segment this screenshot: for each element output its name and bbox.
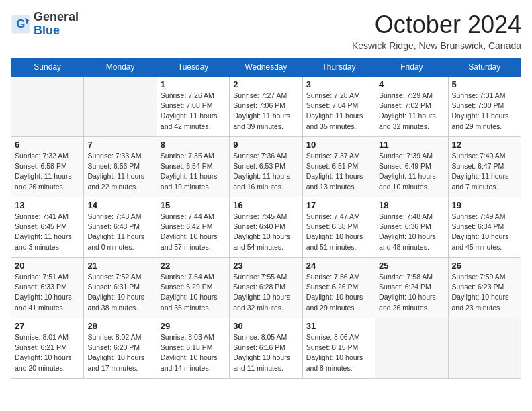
day-number: 10 xyxy=(306,140,371,150)
day-number: 28 xyxy=(87,321,152,331)
calendar-cell xyxy=(84,77,157,137)
day-number: 31 xyxy=(306,321,371,331)
day-info: Sunrise: 8:06 AMSunset: 6:15 PMDaylight:… xyxy=(306,332,371,373)
calendar-cell: 25Sunrise: 7:58 AMSunset: 6:24 PMDayligh… xyxy=(375,258,448,318)
calendar-cell: 12Sunrise: 7:40 AMSunset: 6:47 PMDayligh… xyxy=(448,137,521,197)
logo-general: General xyxy=(34,11,79,24)
day-number: 23 xyxy=(233,261,298,271)
day-number: 24 xyxy=(306,261,371,271)
day-info: Sunrise: 7:39 AMSunset: 6:49 PMDaylight:… xyxy=(379,151,444,192)
calendar-cell: 27Sunrise: 8:01 AMSunset: 6:21 PMDayligh… xyxy=(11,318,84,379)
day-number: 17 xyxy=(306,200,371,210)
day-info: Sunrise: 7:37 AMSunset: 6:51 PMDaylight:… xyxy=(306,151,371,192)
calendar-cell: 18Sunrise: 7:48 AMSunset: 6:36 PMDayligh… xyxy=(375,197,448,258)
day-number: 8 xyxy=(161,140,226,150)
calendar-cell: 3Sunrise: 7:28 AMSunset: 7:04 PMDaylight… xyxy=(302,77,375,137)
day-number: 16 xyxy=(233,200,298,210)
logo: G General Blue xyxy=(11,11,79,38)
calendar-cell: 23Sunrise: 7:55 AMSunset: 6:28 PMDayligh… xyxy=(230,258,302,318)
calendar-cell: 20Sunrise: 7:51 AMSunset: 6:33 PMDayligh… xyxy=(11,258,84,318)
day-info: Sunrise: 7:54 AMSunset: 6:29 PMDaylight:… xyxy=(161,272,226,313)
day-number: 6 xyxy=(15,140,80,150)
column-header-sunday: Sunday xyxy=(11,58,84,77)
day-info: Sunrise: 7:41 AMSunset: 6:45 PMDaylight:… xyxy=(15,212,80,253)
day-number: 3 xyxy=(306,79,371,89)
calendar-cell: 15Sunrise: 7:44 AMSunset: 6:42 PMDayligh… xyxy=(157,197,229,258)
day-number: 4 xyxy=(379,79,444,89)
week-row: 6Sunrise: 7:32 AMSunset: 6:58 PMDaylight… xyxy=(11,137,521,197)
day-number: 30 xyxy=(233,321,298,331)
title-block: October 2024 Keswick Ridge, New Brunswic… xyxy=(352,11,521,51)
day-info: Sunrise: 7:27 AMSunset: 7:06 PMDaylight:… xyxy=(233,91,298,132)
day-number: 29 xyxy=(161,321,226,331)
logo-blue: Blue xyxy=(34,24,79,38)
week-row: 20Sunrise: 7:51 AMSunset: 6:33 PMDayligh… xyxy=(11,258,521,318)
day-number: 27 xyxy=(15,321,80,331)
calendar-cell: 29Sunrise: 8:03 AMSunset: 6:18 PMDayligh… xyxy=(157,318,229,379)
page-header: G General Blue October 2024 Keswick Ridg… xyxy=(11,11,521,51)
day-number: 20 xyxy=(15,261,80,271)
week-row: 13Sunrise: 7:41 AMSunset: 6:45 PMDayligh… xyxy=(11,197,521,258)
calendar-cell: 16Sunrise: 7:45 AMSunset: 6:40 PMDayligh… xyxy=(230,197,302,258)
column-header-saturday: Saturday xyxy=(448,58,521,77)
calendar-cell: 28Sunrise: 8:02 AMSunset: 6:20 PMDayligh… xyxy=(84,318,157,379)
calendar-cell: 14Sunrise: 7:43 AMSunset: 6:43 PMDayligh… xyxy=(84,197,157,258)
logo-text: General Blue xyxy=(34,11,79,38)
day-info: Sunrise: 7:31 AMSunset: 7:00 PMDaylight:… xyxy=(452,91,517,132)
day-info: Sunrise: 7:51 AMSunset: 6:33 PMDaylight:… xyxy=(15,272,80,313)
day-info: Sunrise: 7:52 AMSunset: 6:31 PMDaylight:… xyxy=(87,272,152,313)
day-number: 5 xyxy=(452,79,517,89)
day-info: Sunrise: 7:59 AMSunset: 6:23 PMDaylight:… xyxy=(452,272,517,313)
day-info: Sunrise: 8:03 AMSunset: 6:18 PMDaylight:… xyxy=(161,332,226,373)
day-number: 14 xyxy=(87,200,152,210)
day-info: Sunrise: 7:58 AMSunset: 6:24 PMDaylight:… xyxy=(379,272,444,313)
week-row: 27Sunrise: 8:01 AMSunset: 6:21 PMDayligh… xyxy=(11,318,521,379)
calendar-cell: 30Sunrise: 8:05 AMSunset: 6:16 PMDayligh… xyxy=(230,318,302,379)
day-info: Sunrise: 7:55 AMSunset: 6:28 PMDaylight:… xyxy=(233,272,298,313)
location: Keswick Ridge, New Brunswick, Canada xyxy=(352,40,521,51)
column-header-tuesday: Tuesday xyxy=(157,58,229,77)
day-number: 21 xyxy=(87,261,152,271)
day-info: Sunrise: 7:44 AMSunset: 6:42 PMDaylight:… xyxy=(161,212,226,253)
day-number: 25 xyxy=(379,261,444,271)
svg-text:G: G xyxy=(17,17,26,29)
calendar-cell: 21Sunrise: 7:52 AMSunset: 6:31 PMDayligh… xyxy=(84,258,157,318)
calendar-cell: 10Sunrise: 7:37 AMSunset: 6:51 PMDayligh… xyxy=(302,137,375,197)
week-row: 1Sunrise: 7:26 AMSunset: 7:08 PMDaylight… xyxy=(11,77,521,137)
day-info: Sunrise: 7:40 AMSunset: 6:47 PMDaylight:… xyxy=(452,151,517,192)
day-number: 15 xyxy=(161,200,226,210)
calendar-cell: 22Sunrise: 7:54 AMSunset: 6:29 PMDayligh… xyxy=(157,258,229,318)
day-number: 9 xyxy=(233,140,298,150)
day-info: Sunrise: 8:05 AMSunset: 6:16 PMDaylight:… xyxy=(233,332,298,373)
calendar-cell: 5Sunrise: 7:31 AMSunset: 7:00 PMDaylight… xyxy=(448,77,521,137)
day-info: Sunrise: 7:45 AMSunset: 6:40 PMDaylight:… xyxy=(233,212,298,253)
calendar-cell xyxy=(448,318,521,379)
day-info: Sunrise: 7:36 AMSunset: 6:53 PMDaylight:… xyxy=(233,151,298,192)
calendar-cell: 26Sunrise: 7:59 AMSunset: 6:23 PMDayligh… xyxy=(448,258,521,318)
day-number: 12 xyxy=(452,140,517,150)
day-info: Sunrise: 8:01 AMSunset: 6:21 PMDaylight:… xyxy=(15,332,80,373)
day-number: 18 xyxy=(379,200,444,210)
day-info: Sunrise: 7:49 AMSunset: 6:34 PMDaylight:… xyxy=(452,212,517,253)
calendar: SundayMondayTuesdayWednesdayThursdayFrid… xyxy=(11,58,521,379)
calendar-cell: 31Sunrise: 8:06 AMSunset: 6:15 PMDayligh… xyxy=(302,318,375,379)
day-number: 22 xyxy=(161,261,226,271)
calendar-cell: 11Sunrise: 7:39 AMSunset: 6:49 PMDayligh… xyxy=(375,137,448,197)
calendar-cell xyxy=(11,77,84,137)
day-info: Sunrise: 7:43 AMSunset: 6:43 PMDaylight:… xyxy=(87,212,152,253)
day-info: Sunrise: 7:47 AMSunset: 6:38 PMDaylight:… xyxy=(306,212,371,253)
day-info: Sunrise: 7:28 AMSunset: 7:04 PMDaylight:… xyxy=(306,91,371,132)
day-number: 11 xyxy=(379,140,444,150)
day-info: Sunrise: 8:02 AMSunset: 6:20 PMDaylight:… xyxy=(87,332,152,373)
day-info: Sunrise: 7:56 AMSunset: 6:26 PMDaylight:… xyxy=(306,272,371,313)
day-info: Sunrise: 7:32 AMSunset: 6:58 PMDaylight:… xyxy=(15,151,80,192)
calendar-cell: 7Sunrise: 7:33 AMSunset: 6:56 PMDaylight… xyxy=(84,137,157,197)
calendar-cell: 6Sunrise: 7:32 AMSunset: 6:58 PMDaylight… xyxy=(11,137,84,197)
column-header-monday: Monday xyxy=(84,58,157,77)
calendar-cell: 19Sunrise: 7:49 AMSunset: 6:34 PMDayligh… xyxy=(448,197,521,258)
day-number: 1 xyxy=(161,79,226,89)
day-number: 26 xyxy=(452,261,517,271)
calendar-cell: 4Sunrise: 7:29 AMSunset: 7:02 PMDaylight… xyxy=(375,77,448,137)
day-info: Sunrise: 7:29 AMSunset: 7:02 PMDaylight:… xyxy=(379,91,444,132)
day-info: Sunrise: 7:26 AMSunset: 7:08 PMDaylight:… xyxy=(161,91,226,132)
